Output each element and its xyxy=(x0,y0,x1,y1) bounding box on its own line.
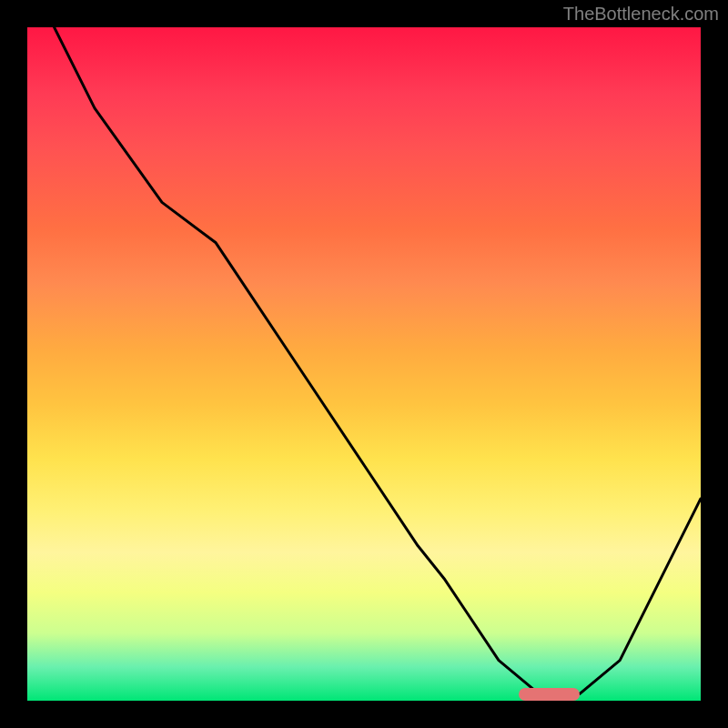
curve-path xyxy=(55,27,701,694)
chart-plot-area xyxy=(27,27,701,701)
chart-curve xyxy=(27,27,701,701)
watermark-text: TheBottleneck.com xyxy=(563,4,719,25)
highlight-marker xyxy=(519,688,580,701)
